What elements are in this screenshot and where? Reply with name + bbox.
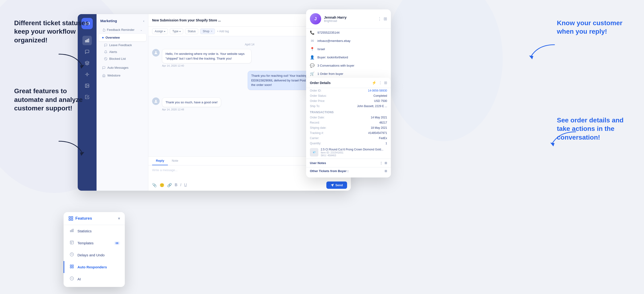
order-header: Order Details ⚡ ⋮ ⊞ <box>306 78 391 88</box>
svg-rect-17 <box>71 216 73 218</box>
customer-location: Israel <box>318 47 325 51</box>
order-quantity-label: Quantity: <box>310 142 321 145</box>
user-notes-expand-icon[interactable]: ⊞ <box>384 161 387 165</box>
other-tickets-label: Other Tickets from Buyer : <box>310 169 348 173</box>
svg-rect-28 <box>72 265 74 266</box>
shop-tag[interactable]: Shop × <box>200 28 215 34</box>
product-item-id: Item ID: 231541651 <box>321 151 383 154</box>
svg-rect-30 <box>70 267 71 268</box>
order-flash-icon[interactable]: ⚡ <box>372 80 376 85</box>
order-expand-icon[interactable]: ⊞ <box>384 80 387 85</box>
conversations-icon: 💬 <box>310 63 314 68</box>
message-text-2: Thank you so much, have a good one! <box>166 100 218 104</box>
arrow-right-2 <box>56 139 85 158</box>
attachment-icon[interactable]: 📎 <box>152 183 157 187</box>
feature-auto-responders-label: Auto Responders <box>78 265 107 269</box>
order-record-label: Record: <box>310 121 320 124</box>
add-tag-button[interactable]: + Add tag <box>217 30 229 33</box>
feature-statistics-label: Statistics <box>78 229 92 233</box>
nav-auto-messages[interactable]: Auto Messages <box>98 64 146 71</box>
nav-overview-label: Overwiew <box>106 36 120 39</box>
italic-icon[interactable]: I <box>180 183 181 187</box>
feature-ai-label: AI <box>78 277 81 281</box>
svg-rect-22 <box>73 229 74 232</box>
nav-overview[interactable]: Overwiew <box>98 34 146 41</box>
customer-phone: 9725552235144 <box>318 31 340 34</box>
nav-title: Marketing <box>100 19 117 23</box>
auto-responders-icon <box>69 264 75 270</box>
underline-icon[interactable]: U <box>184 183 187 187</box>
other-tickets-expand-icon[interactable]: ⊞ <box>384 169 387 173</box>
nav-webstore[interactable]: Webstore <box>98 72 146 79</box>
order-date-row: Order Date: 14 May 2021 <box>306 115 391 120</box>
svg-rect-19 <box>69 219 70 220</box>
order-panel: Order Details ⚡ ⋮ ⊞ Order ID: 14-0656-58… <box>306 78 391 178</box>
order-more-icon[interactable]: ⋮ <box>378 80 382 85</box>
svg-rect-16 <box>69 216 70 218</box>
feature-statistics[interactable]: Statistics <box>64 225 125 237</box>
nav-webstore-label: Webstore <box>107 74 120 77</box>
features-collapse-icon[interactable]: ▾ <box>118 216 120 221</box>
order-quantity-row: Quantity: 1 <box>306 141 391 146</box>
product-row: 💎 2.5 Ct Round Cut 6 Prong Crown Diomond… <box>306 146 391 159</box>
nav-blocked-list[interactable]: Blocked List <box>96 55 148 62</box>
templates-icon <box>69 240 75 246</box>
nav-feedback-reminder[interactable]: Feedback Reminder ⌄ <box>98 26 146 34</box>
product-image: 💎 <box>310 148 318 156</box>
customer-expand-icon[interactable]: ⊞ <box>384 16 387 22</box>
svg-point-13 <box>155 51 156 53</box>
emoji-icon[interactable]: 🙂 <box>160 183 164 187</box>
order-ship-row: Ship To: John Bassett, 2229 E ... <box>306 104 391 109</box>
customer-email: infoavz@members.ebay <box>318 39 350 42</box>
order-id-row: Order ID: 14-0656-58930 <box>306 88 391 93</box>
order-date-value: 14 May 2021 <box>371 116 387 119</box>
customer-company: Brightroad <box>324 19 346 22</box>
svg-rect-20 <box>70 230 71 232</box>
customer-name: Jennah Harry <box>324 15 346 19</box>
feature-delays-label: Delays and Undo <box>78 253 104 257</box>
nav-alerts[interactable]: Alerts <box>96 48 148 55</box>
tab-reply[interactable]: Reply <box>152 156 168 165</box>
features-panel: Features ▾ Statistics Templates 08 Delay… <box>64 212 125 287</box>
order-title: Order Details <box>310 81 330 85</box>
type-button[interactable]: Type ▾ <box>170 28 183 34</box>
tab-note[interactable]: Note <box>168 156 182 165</box>
user-notes-more-icon[interactable]: ⋮ <box>380 161 383 165</box>
order-date-label: Order Date: <box>310 116 325 119</box>
order-status-row: Order Status: Completed <box>306 93 391 98</box>
buyer-icon: 👤 <box>310 55 314 60</box>
templates-badge: 08 <box>114 241 120 245</box>
feature-templates-label: Templates <box>78 241 94 245</box>
arrow-right-1 <box>56 52 85 70</box>
customer-location-row: 📍 Israel <box>306 45 391 53</box>
customer-more-icon[interactable]: ⋮ <box>378 16 382 22</box>
feature-delays[interactable]: Delays and Undo <box>64 249 125 261</box>
order-ship-label: Ship To: <box>310 104 320 108</box>
statistics-icon <box>69 228 75 234</box>
feature-auto-responders[interactable]: Auto Responders <box>64 261 125 273</box>
assign-chevron: ▾ <box>164 30 165 33</box>
features-title: Features <box>68 216 92 221</box>
nav-blocked-list-label: Blocked List <box>109 57 126 60</box>
svg-rect-27 <box>70 265 71 266</box>
svg-rect-23 <box>70 241 74 244</box>
svg-rect-18 <box>71 219 73 220</box>
svg-marker-3 <box>550 143 554 146</box>
feature-ai[interactable]: AI <box>64 273 125 285</box>
nav-collapse-icon[interactable]: ‹ <box>143 19 144 23</box>
orders-icon: 🛒 <box>310 72 314 76</box>
order-record-row: Record: 48217 <box>306 120 391 125</box>
feature-templates[interactable]: Templates 08 <box>64 237 125 249</box>
link-icon[interactable]: 🔗 <box>167 183 172 187</box>
bold-icon[interactable]: B <box>175 183 178 187</box>
customer-email-row: ✉ infoavz@members.ebay <box>306 37 391 45</box>
order-id-value[interactable]: 14-0656-58930 <box>368 89 387 92</box>
order-header-icons: ⚡ ⋮ ⊞ <box>372 80 387 85</box>
status-button[interactable]: Status <box>185 28 198 34</box>
send-button[interactable]: Send <box>326 182 347 189</box>
assign-button[interactable]: Assign ▾ <box>152 28 168 34</box>
annotation-text-2: Great features to automate and analyze c… <box>14 87 90 112</box>
nav-leave-feedback[interactable]: Leave Feedback <box>96 42 148 48</box>
shop-remove-icon[interactable]: × <box>211 30 212 33</box>
type-chevron: ▾ <box>180 30 180 33</box>
